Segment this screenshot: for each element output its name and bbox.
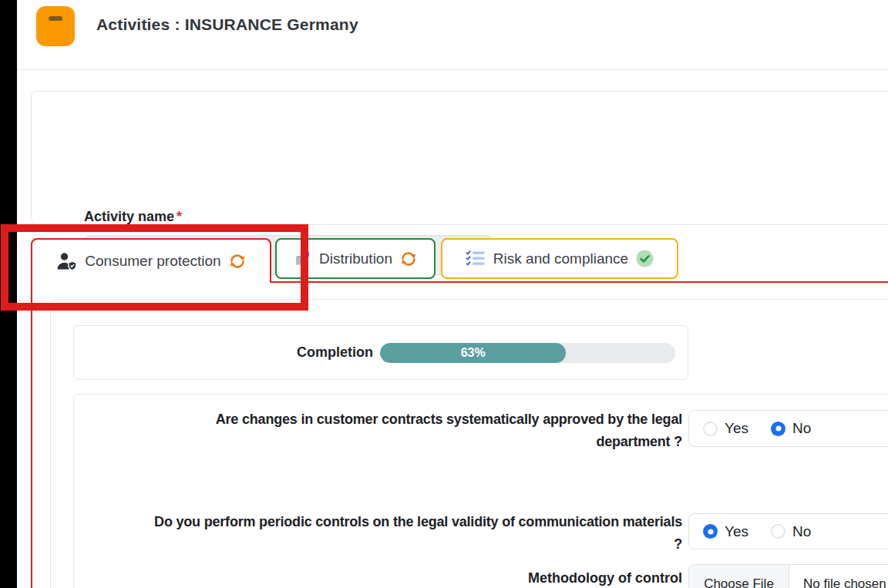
tab-risk-compliance[interactable]: Risk and compliance bbox=[441, 238, 678, 279]
tab-label: Risk and compliance bbox=[493, 250, 628, 267]
checklist-icon bbox=[466, 250, 486, 267]
file-input-methodology[interactable]: Choose File No file chosen bbox=[688, 564, 888, 588]
activity-name-card: Activity name* INSURANCE Germany bbox=[31, 91, 888, 225]
radio-no-label[interactable]: No bbox=[792, 523, 811, 540]
radio-yes-label[interactable]: Yes bbox=[725, 523, 748, 540]
completion-bar-fill: 63% bbox=[380, 343, 566, 363]
methodology-of-control-label: Methodology of control bbox=[74, 570, 682, 586]
tab-consumer-protection[interactable]: Consumer protection bbox=[31, 238, 271, 283]
radio-yes-label[interactable]: Yes bbox=[725, 420, 748, 437]
tab-distribution[interactable]: Distribution bbox=[275, 238, 436, 279]
radio-group-contracts-approved: Yes No bbox=[688, 410, 888, 447]
sync-icon bbox=[229, 253, 246, 270]
sync-icon bbox=[400, 250, 417, 267]
tab-label: Consumer protection bbox=[85, 253, 220, 270]
file-status-text: No file chosen bbox=[789, 565, 886, 588]
completion-label: Completion bbox=[74, 344, 373, 361]
question-contracts-approved: Are changes in customer contracts system… bbox=[74, 408, 682, 453]
activity-name-label: Activity name* bbox=[84, 209, 182, 225]
left-edge-bar bbox=[0, 0, 17, 588]
app-icon-dash bbox=[49, 16, 62, 21]
radio-no[interactable] bbox=[771, 524, 785, 539]
question-periodic-controls: Do you perform periodic controls on the … bbox=[74, 511, 682, 556]
user-shield-icon bbox=[56, 252, 77, 270]
questions-panel: Are changes in customer contracts system… bbox=[73, 394, 888, 588]
check-circle-icon bbox=[636, 250, 654, 267]
completion-percent: 63% bbox=[461, 346, 486, 360]
cube-arrow-icon bbox=[294, 250, 311, 267]
tab-label: Distribution bbox=[319, 250, 392, 267]
radio-no-label[interactable]: No bbox=[792, 420, 811, 437]
activity-name-label-text: Activity name bbox=[84, 209, 174, 224]
page-title: Activities : INSURANCE Germany bbox=[96, 15, 358, 34]
radio-group-periodic-controls: Yes No bbox=[688, 513, 888, 549]
app-root: Activities : INSURANCE Germany Activity … bbox=[0, 0, 888, 588]
choose-file-button[interactable]: Choose File bbox=[689, 565, 789, 588]
activities-app-icon bbox=[36, 6, 75, 46]
header-divider bbox=[17, 69, 888, 70]
required-asterisk: * bbox=[177, 209, 182, 224]
completion-card: Completion 63% bbox=[73, 325, 688, 380]
completion-progress-bar: 63% bbox=[380, 343, 675, 363]
radio-yes[interactable] bbox=[703, 524, 718, 539]
radio-no[interactable] bbox=[771, 422, 785, 436]
radio-yes[interactable] bbox=[703, 422, 718, 436]
